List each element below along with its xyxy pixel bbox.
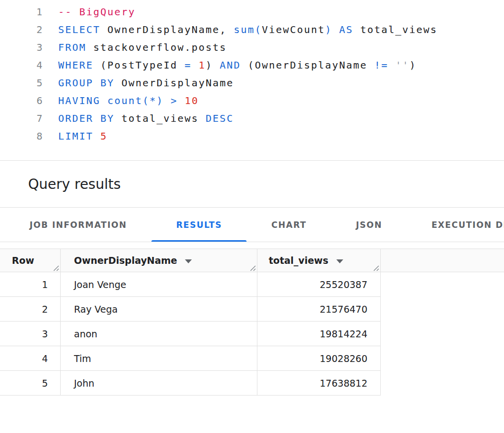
code-text: ORDER BY total_views DESC xyxy=(58,109,234,127)
query-results-header: Query results xyxy=(0,161,504,208)
code-text: FROM stackoverflow.posts xyxy=(58,38,227,56)
code-line: 4WHERE (PostTypeId = 1) AND (OwnerDispla… xyxy=(0,56,504,74)
column-label-row: Row xyxy=(12,255,34,266)
table-row: 2Ray Vega21576470 xyxy=(0,297,381,322)
tab-execution-details[interactable]: EXECUTION DETAILS xyxy=(407,208,504,242)
cell-total-views: 25520387 xyxy=(257,272,381,296)
code-line: 1-- BigQuery xyxy=(0,3,504,21)
results-tabbar: JOB INFORMATIONRESULTSCHARTJSONEXECUTION… xyxy=(0,208,504,242)
code-line: 5GROUP BY OwnerDisplayName xyxy=(0,74,504,92)
line-number: 8 xyxy=(0,127,42,145)
cell-total-views: 19814224 xyxy=(257,322,381,346)
cell-owner-display-name: Ray Vega xyxy=(61,297,257,321)
column-sort-menu-icon[interactable] xyxy=(185,259,192,263)
code-text: WHERE (PostTypeId = 1) AND (OwnerDisplay… xyxy=(58,56,416,74)
code-line: 6HAVING count(*) > 10 xyxy=(0,92,504,109)
results-table: Row OwnerDisplayName total_views 1Joan V… xyxy=(0,249,504,396)
tab-json[interactable]: JSON xyxy=(331,208,407,242)
column-sort-menu-icon[interactable] xyxy=(336,259,343,263)
cell-row-number: 3 xyxy=(0,322,61,346)
column-resize-handle-icon[interactable] xyxy=(53,265,59,271)
cell-owner-display-name: Tim xyxy=(61,346,257,370)
code-line: 2SELECT OwnerDisplayName, sum(ViewCount)… xyxy=(0,21,504,38)
column-header-filler xyxy=(381,249,504,272)
table-row: 3anon19814224 xyxy=(0,322,381,346)
table-row: 1Joan Venge25520387 xyxy=(0,272,381,297)
code-text: -- BigQuery xyxy=(58,3,136,21)
code-text: HAVING count(*) > 10 xyxy=(58,92,199,109)
table-row: 5John17638812 xyxy=(0,371,381,396)
tab-chart[interactable]: CHART xyxy=(247,208,331,242)
line-number: 5 xyxy=(0,74,42,92)
column-label-total-views: total_views xyxy=(269,255,328,266)
cell-row-number: 1 xyxy=(0,272,61,296)
sql-editor[interactable]: 1-- BigQuery2SELECT OwnerDisplayName, su… xyxy=(0,0,504,161)
tab-results[interactable]: RESULTS xyxy=(151,208,247,242)
query-results-title: Query results xyxy=(28,176,121,192)
code-text: SELECT OwnerDisplayName, sum(ViewCount) … xyxy=(58,21,437,38)
code-line: 3FROM stackoverflow.posts xyxy=(0,38,504,56)
cell-owner-display-name: Joan Venge xyxy=(61,272,257,296)
code-text: LIMIT 5 xyxy=(58,127,108,145)
column-header-total-views[interactable]: total_views xyxy=(257,249,381,272)
code-text: GROUP BY OwnerDisplayName xyxy=(58,74,234,92)
results-table-body: 1Joan Venge255203872Ray Vega215764703ano… xyxy=(0,272,504,396)
cell-row-number: 4 xyxy=(0,346,61,370)
cell-total-views: 21576470 xyxy=(257,297,381,321)
column-header-ownerdisplayname[interactable]: OwnerDisplayName xyxy=(61,249,257,272)
line-number: 1 xyxy=(0,3,42,21)
cell-row-number: 5 xyxy=(0,371,61,395)
line-number: 7 xyxy=(0,109,42,127)
column-header-row[interactable]: Row xyxy=(0,249,61,272)
line-number: 3 xyxy=(0,38,42,56)
tab-job-information[interactable]: JOB INFORMATION xyxy=(5,208,151,242)
line-number: 4 xyxy=(0,56,42,74)
results-table-header: Row OwnerDisplayName total_views xyxy=(0,249,504,272)
cell-row-number: 2 xyxy=(0,297,61,321)
code-line: 8LIMIT 5 xyxy=(0,127,504,145)
cell-total-views: 17638812 xyxy=(257,371,381,395)
column-label-ownerdisplayname: OwnerDisplayName xyxy=(74,255,177,266)
cell-owner-display-name: anon xyxy=(61,322,257,346)
cell-owner-display-name: John xyxy=(61,371,257,395)
table-row: 4Tim19028260 xyxy=(0,346,381,371)
column-resize-handle-icon[interactable] xyxy=(373,265,379,271)
column-resize-handle-icon[interactable] xyxy=(250,265,256,271)
line-number: 2 xyxy=(0,21,42,38)
code-line: 7ORDER BY total_views DESC xyxy=(0,109,504,127)
cell-total-views: 19028260 xyxy=(257,346,381,370)
line-number: 6 xyxy=(0,92,42,109)
